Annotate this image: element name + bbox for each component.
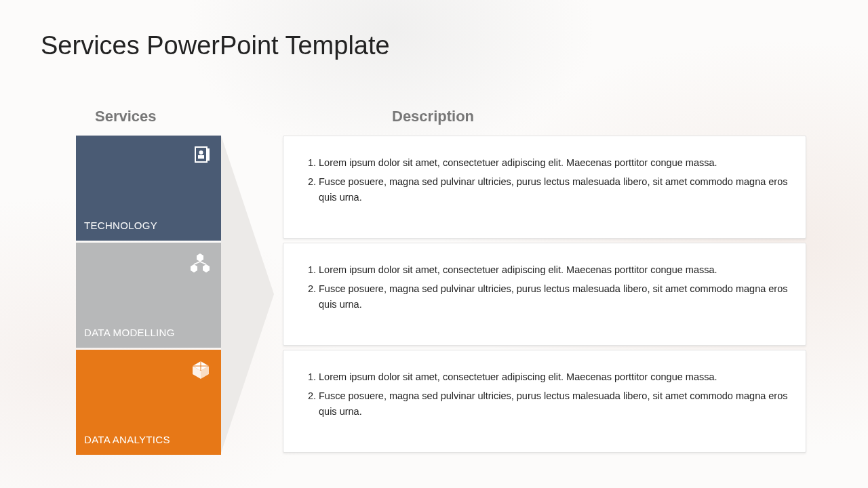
svg-marker-4 [197,253,203,262]
description-list: Lorem ipsum dolor sit amet, consectetuer… [305,369,791,419]
arrow-shape [221,136,274,453]
svg-point-2 [199,150,203,155]
svg-line-7 [194,262,200,264]
service-card-label: DATA ANALYTICS [84,434,170,445]
list-item: Fusce posuere, magna sed pulvinar ultric… [319,281,791,312]
column-header-services: Services [95,108,157,125]
description-box: Lorem ipsum dolor sit amet, consectetuer… [283,243,806,346]
slide-title: Services PowerPoint Template [41,31,390,60]
service-card-label: DATA MODELLING [84,327,175,338]
column-header-description: Description [392,108,474,125]
description-list: Lorem ipsum dolor sit amet, consectetuer… [305,262,791,312]
contact-card-icon [193,145,212,164]
service-card-data-analytics: DATA ANALYTICS [76,350,221,455]
cube-box-icon [190,359,212,381]
list-item: Lorem ipsum dolor sit amet, consectetuer… [319,369,791,384]
description-panels: Lorem ipsum dolor sit amet, consectetuer… [283,136,806,457]
svg-rect-3 [198,155,204,159]
list-item: Fusce posuere, magna sed pulvinar ultric… [319,174,791,205]
description-box: Lorem ipsum dolor sit amet, consectetuer… [283,136,806,239]
list-item: Lorem ipsum dolor sit amet, consectetuer… [319,155,791,170]
svg-rect-1 [208,148,210,161]
hierarchy-cubes-icon [189,252,212,275]
service-card-label: TECHNOLOGY [84,220,157,231]
description-list: Lorem ipsum dolor sit amet, consectetuer… [305,155,791,205]
svg-line-8 [200,262,206,264]
list-item: Fusce posuere, magna sed pulvinar ultric… [319,388,791,419]
service-card-technology: TECHNOLOGY [76,136,221,241]
list-item: Lorem ipsum dolor sit amet, consectetuer… [319,262,791,277]
service-cards: TECHNOLOGY DATA MODELLING [76,136,221,457]
service-card-data-modelling: DATA MODELLING [76,243,221,348]
svg-marker-5 [191,264,197,272]
description-box: Lorem ipsum dolor sit amet, consectetuer… [283,350,806,453]
svg-marker-6 [203,264,210,272]
